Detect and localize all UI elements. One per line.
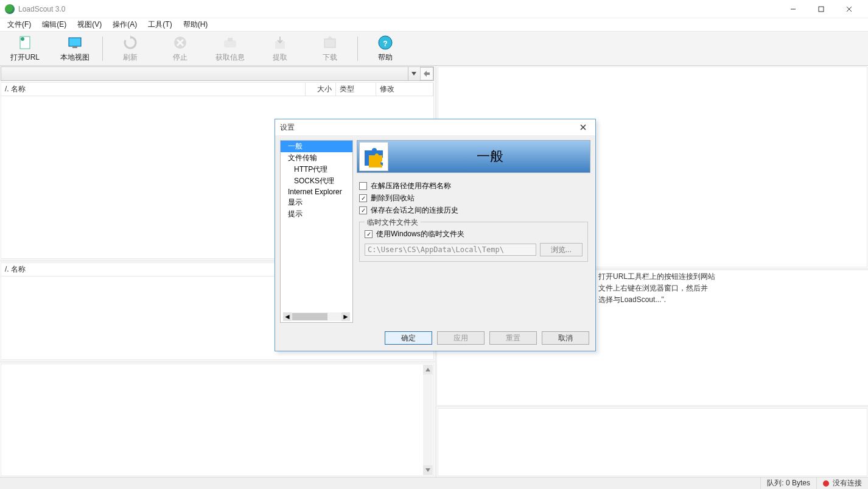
svg-point-5 — [21, 37, 24, 41]
menu-tools[interactable]: 工具(T) — [143, 18, 177, 31]
menubar: 文件(F) 编辑(E) 视图(V) 操作(A) 工具(T) 帮助(H) — [0, 18, 868, 32]
tree-node-hint[interactable]: 提示 — [281, 208, 352, 220]
scroll-up-icon[interactable] — [423, 365, 433, 375]
status-connection: 没有连接 — [816, 477, 868, 489]
browse-button: 浏览... — [540, 243, 583, 256]
scroll-right-icon[interactable]: ► — [341, 312, 350, 321]
separator — [357, 37, 358, 61]
close-button[interactable] — [835, 0, 863, 18]
help-line: 选择与LoadScout...". — [598, 295, 666, 304]
settings-dialog: 设置 一般 文件传输 HTTP代理 SOCKS代理 Internet Explo… — [275, 119, 596, 351]
svg-rect-7 — [72, 46, 77, 48]
opt-archive-name[interactable]: 在解压路径使用存档名称 — [359, 181, 588, 191]
h-splitter-2[interactable] — [0, 361, 435, 363]
document-icon — [16, 34, 33, 51]
help-button[interactable]: ? 帮助 — [360, 32, 410, 65]
status-dot-icon — [823, 480, 829, 487]
tree-scrollbar[interactable]: ◄ ► — [283, 312, 350, 321]
h-splitter-r2[interactable] — [437, 405, 868, 407]
tree-node-display[interactable]: 显示 — [281, 197, 352, 208]
menu-help[interactable]: 帮助(H) — [178, 18, 213, 31]
menu-view[interactable]: 视图(V) — [72, 18, 107, 31]
stop-button[interactable]: 停止 — [155, 32, 205, 65]
opt-use-win-temp[interactable]: ✓使用Windows的临时文件夹 — [365, 229, 583, 239]
scroll-left-icon[interactable]: ◄ — [283, 312, 292, 321]
scroll-down-icon[interactable] — [423, 465, 433, 475]
separator — [102, 37, 103, 61]
statusbar: 队列: 0 Bytes 没有连接 — [0, 477, 868, 489]
group-label: 临时文件文件夹 — [365, 217, 421, 228]
menu-action[interactable]: 操作(A) — [108, 18, 142, 31]
scroll-thumb[interactable] — [292, 313, 327, 320]
menu-file[interactable]: 文件(F) — [2, 18, 36, 31]
monitor-icon — [66, 34, 83, 51]
svg-rect-14 — [324, 39, 335, 47]
scrollbar[interactable] — [423, 365, 433, 475]
puzzle-icon — [359, 142, 388, 171]
app-icon — [5, 4, 15, 14]
menu-edit[interactable]: 编辑(E) — [37, 18, 71, 31]
col-size[interactable]: 大小 — [306, 83, 336, 96]
cancel-button[interactable]: 取消 — [542, 331, 589, 345]
download-icon — [321, 34, 338, 51]
temp-path-field — [365, 244, 536, 256]
url-dropdown[interactable] — [408, 67, 419, 80]
col-name[interactable]: /. 名称 — [1, 83, 306, 96]
ok-button[interactable]: 确定 — [385, 331, 432, 345]
maximize-button[interactable] — [807, 0, 835, 18]
bottom-pane[interactable] — [1, 364, 434, 476]
dialog-close-button[interactable] — [576, 120, 590, 135]
titlebar: LoadScout 3.0 — [0, 0, 868, 18]
get-info-button[interactable]: 获取信息 — [205, 32, 255, 65]
stop-icon — [172, 34, 189, 51]
extract-button[interactable]: 提取 — [255, 32, 305, 65]
svg-rect-1 — [819, 7, 824, 12]
status-queue: 队列: 0 Bytes — [760, 477, 816, 489]
url-input[interactable] — [1, 68, 408, 79]
opt-recycle-bin[interactable]: ✓删除到回收站 — [359, 193, 588, 203]
settings-banner: 一般 — [357, 140, 590, 173]
help-line: 文件上右键在浏览器窗口，然后并 — [598, 284, 708, 292]
help-line: 打开URL工具栏上的按钮连接到网站 — [598, 272, 715, 281]
svg-rect-6 — [69, 38, 81, 46]
info-icon — [222, 34, 239, 51]
window-title: LoadScout 3.0 — [18, 5, 65, 13]
right-bottom-pane[interactable] — [438, 408, 867, 476]
tree-node-socks-proxy[interactable]: SOCKS代理 — [281, 175, 352, 187]
url-bar — [1, 66, 434, 81]
tree-node-ie[interactable]: Internet Explorer — [281, 187, 352, 197]
tree-node-general[interactable]: 一般 — [281, 141, 352, 152]
svg-text:?: ? — [383, 40, 387, 48]
col-type[interactable]: 类型 — [336, 83, 376, 96]
list-header: /. 名称 大小 类型 修改 — [1, 83, 433, 96]
refresh-button[interactable]: 刷新 — [105, 32, 155, 65]
banner-title: 一般 — [390, 147, 590, 166]
settings-tree[interactable]: 一般 文件传输 HTTP代理 SOCKS代理 Internet Explorer… — [280, 140, 353, 323]
reset-button[interactable]: 重置 — [489, 331, 537, 345]
toolbar: 打开URL 本地视图 刷新 停止 获取信息 提取 下载 ? 帮助 — [0, 32, 868, 66]
col-modified[interactable]: 修改 — [376, 83, 433, 96]
refresh-icon — [122, 34, 139, 51]
tree-node-http-proxy[interactable]: HTTP代理 — [281, 164, 352, 175]
temp-folder-group: 临时文件文件夹 ✓使用Windows的临时文件夹 浏览... — [359, 222, 588, 262]
go-button[interactable] — [420, 67, 433, 80]
extract-icon — [271, 34, 289, 51]
local-view-button[interactable]: 本地视图 — [50, 32, 100, 65]
apply-button[interactable]: 应用 — [437, 331, 485, 345]
opt-save-history[interactable]: ✓保存在会话之间的连接历史 — [359, 205, 588, 216]
dialog-titlebar[interactable]: 设置 — [275, 119, 595, 135]
minimize-button[interactable] — [779, 0, 807, 18]
svg-rect-12 — [228, 38, 233, 41]
tree-node-file-transfer[interactable]: 文件传输 — [281, 152, 352, 164]
dialog-title: 设置 — [280, 122, 295, 133]
download-button[interactable]: 下载 — [305, 32, 355, 65]
open-url-button[interactable]: 打开URL — [0, 32, 50, 65]
help-icon: ? — [377, 34, 394, 51]
